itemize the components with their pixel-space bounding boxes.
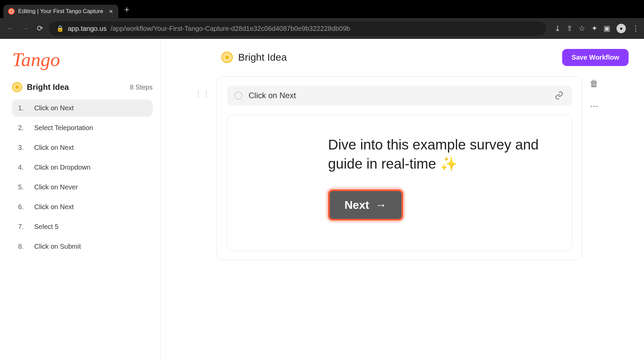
nav-forward-icon[interactable]: → <box>19 23 31 34</box>
step-label: Select Teleportation <box>34 124 93 132</box>
url-field[interactable]: 🔒 app.tango.us/app/workflow/Your-First-T… <box>49 21 546 36</box>
step-label: Select 5 <box>34 223 58 231</box>
step-number: 6. <box>18 203 28 211</box>
step-label: Click on Dropdown <box>34 164 91 171</box>
sidebar-step-8[interactable]: 8.Click on Submit <box>12 238 153 255</box>
step-marker-icon <box>234 92 243 100</box>
url-host: app.tango.us <box>68 25 107 33</box>
step-title-bar[interactable]: Click on Next <box>227 85 572 106</box>
step-label: Click on Next <box>34 144 74 152</box>
extensions-icon[interactable]: ✦ <box>591 24 597 33</box>
sidebar-step-2[interactable]: 2.Select Teleportation <box>12 119 153 136</box>
lock-icon: 🔒 <box>56 25 64 32</box>
captured-next-button: Next → <box>328 189 403 221</box>
workflow-name: Bright Idea <box>27 82 69 92</box>
workflow-step-count: 8 Steps <box>130 83 153 91</box>
step-label: Click on Submit <box>34 243 81 250</box>
step-list: 1.Click on Next2.Select Teleportation3.C… <box>12 100 153 255</box>
delete-step-icon[interactable]: 🗑 <box>588 78 600 89</box>
save-workflow-button[interactable]: Save Workflow <box>562 49 629 66</box>
screenshot-caption: Dive into this example survey and guide … <box>328 135 558 173</box>
profile-avatar-icon[interactable]: ● <box>616 24 626 33</box>
tab-favicon-icon <box>8 8 15 15</box>
sidebar-step-4[interactable]: 4.Click on Dropdown <box>12 159 153 176</box>
step-number: 4. <box>18 164 28 171</box>
step-number: 5. <box>18 183 28 191</box>
next-button-label: Next <box>344 198 369 212</box>
lightbulb-icon <box>12 82 22 92</box>
step-screenshot: Dive into this example survey and guide … <box>227 115 572 251</box>
sidebar-step-3[interactable]: 3.Click on Next <box>12 139 153 156</box>
step-card: Click on Next Dive into this example sur… <box>217 76 582 260</box>
sidepanel-icon[interactable]: ▣ <box>603 24 610 33</box>
nav-reload-icon[interactable]: ⟳ <box>34 23 46 34</box>
arrow-right-icon: → <box>375 198 387 212</box>
sidebar-step-5[interactable]: 5.Click on Never <box>12 179 153 196</box>
step-number: 8. <box>18 243 28 250</box>
new-tab-button[interactable]: + <box>124 4 129 15</box>
step-side-tools: 🗑 ⋯ <box>588 78 600 112</box>
lightbulb-icon <box>221 52 233 63</box>
step-more-icon[interactable]: ⋯ <box>588 101 600 112</box>
step-label: Click on Next <box>34 104 74 112</box>
app-viewport: Tango Bright Idea 8 Steps 1.Click on Nex… <box>0 39 644 362</box>
step-number: 7. <box>18 223 28 231</box>
sidebar-step-6[interactable]: 6.Click on Next <box>12 198 153 216</box>
step-title-input[interactable]: Click on Next <box>249 91 548 100</box>
workflow-header: Bright Idea 8 Steps <box>12 82 153 92</box>
step-link-icon[interactable] <box>554 90 565 101</box>
install-app-icon[interactable]: ⤓ <box>554 24 560 33</box>
browser-menu-icon[interactable]: ⋮ <box>632 24 639 33</box>
workflow-sidebar: Tango Bright Idea 8 Steps 1.Click on Nex… <box>0 39 161 362</box>
url-path: /app/workflow/Your-First-Tango-Capture-d… <box>111 25 350 33</box>
tab-close-icon[interactable]: ✕ <box>109 8 113 15</box>
step-editor-row: ⋮⋮ Click on Next Dive into this example … <box>195 76 631 260</box>
browser-right-icons: ⤓ ⇪ ☆ ✦ ▣ ● ⋮ <box>554 24 639 33</box>
bookmark-star-icon[interactable]: ☆ <box>579 24 585 33</box>
step-label: Click on Never <box>34 183 78 191</box>
tab-title: Editing | Your First Tango Capture <box>18 8 103 15</box>
sidebar-step-1[interactable]: 1.Click on Next <box>12 100 153 117</box>
editor-main: Save Workflow Bright Idea ⋮⋮ Click on Ne… <box>161 39 644 362</box>
share-icon[interactable]: ⇪ <box>567 24 573 33</box>
step-label: Click on Next <box>34 203 74 211</box>
step-number: 3. <box>18 144 28 152</box>
browser-addressbar: ← → ⟳ 🔒 app.tango.us/app/workflow/Your-F… <box>0 18 644 39</box>
editor-title[interactable]: Bright Idea <box>238 52 287 63</box>
sidebar-step-7[interactable]: 7.Select 5 <box>12 218 153 235</box>
drag-handle-icon[interactable]: ⋮⋮ <box>195 89 211 98</box>
nav-back-icon[interactable]: ← <box>5 23 16 34</box>
step-number: 1. <box>18 104 28 112</box>
tango-logo[interactable]: Tango <box>12 48 60 71</box>
step-number: 2. <box>18 124 28 132</box>
browser-tab-active[interactable]: Editing | Your First Tango Capture ✕ <box>3 5 118 18</box>
browser-tabstrip: Editing | Your First Tango Capture ✕ + <box>0 0 644 18</box>
